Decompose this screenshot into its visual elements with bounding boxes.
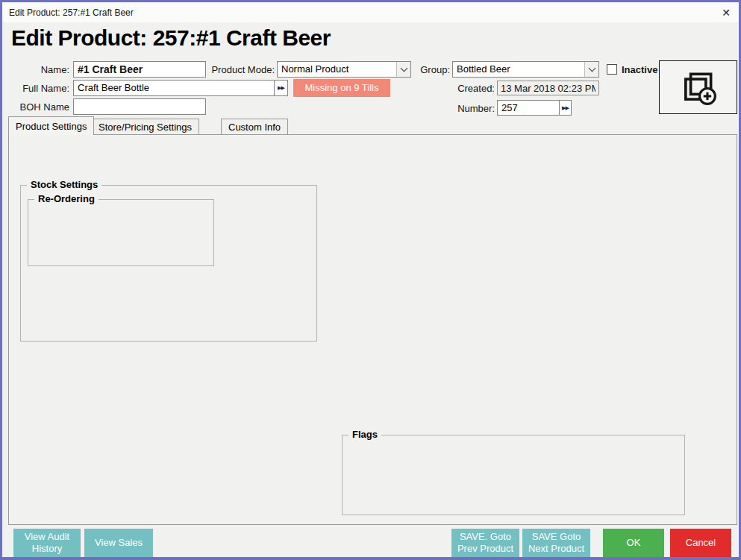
created-field (497, 81, 599, 95)
name-input[interactable] (73, 61, 206, 78)
full-name-label: Full Name: (16, 83, 69, 94)
flags-title: Flags (348, 429, 381, 440)
cancel-button[interactable]: Cancel (670, 529, 731, 557)
number-input[interactable]: 257 ▶▶ (497, 100, 572, 116)
created-label: Created: (441, 83, 495, 94)
boh-name-input[interactable] (73, 98, 206, 115)
ok-button[interactable]: OK (603, 529, 664, 557)
flags-group: Flags (342, 435, 685, 515)
tab-custom-info[interactable]: Custom Info (221, 119, 288, 135)
reordering-group: Re-Ordering (28, 199, 214, 266)
inactive-checkbox[interactable] (607, 64, 617, 75)
title-bar: Edit Product: 257:#1 Craft Beer ✕ (2, 2, 739, 22)
expand-full-name-icon[interactable]: ▶▶ (274, 81, 287, 95)
group-label: Group: (416, 64, 450, 75)
add-product-image-button[interactable] (659, 60, 737, 114)
product-mode-label: Product Mode: (205, 64, 275, 75)
number-label: Number: (441, 103, 495, 114)
stock-settings-title: Stock Settings (27, 179, 101, 190)
add-screen-icon (679, 68, 718, 107)
page-title: Edit Product: 257:#1 Craft Beer (11, 25, 331, 51)
expand-number-icon[interactable]: ▶▶ (559, 101, 571, 115)
chevron-down-icon (584, 62, 598, 77)
window-title: Edit Product: 257:#1 Craft Beer (9, 7, 134, 18)
tab-store-pricing-settings[interactable]: Store/Pricing Settings (91, 119, 199, 135)
product-mode-select[interactable]: Normal Product (277, 61, 411, 78)
view-audit-history-button[interactable]: View Audit History (13, 529, 81, 557)
group-select[interactable]: Bottled Beer (452, 61, 599, 78)
save-goto-prev-product-button[interactable]: SAVE. Goto Prev Product (451, 529, 519, 557)
close-icon[interactable]: ✕ (713, 2, 739, 22)
tab-product-settings[interactable]: Product Settings (8, 116, 94, 135)
edit-product-dialog: Edit Product: 257:#1 Craft Beer ✕ Edit P… (0, 0, 741, 560)
reordering-title: Re-Ordering (34, 193, 99, 204)
full-name-input[interactable]: Craft Beer Bottle ▶▶ (73, 80, 288, 96)
inactive-label: Inactive (622, 64, 657, 75)
boh-name-label: BOH Name (16, 101, 69, 113)
missing-on-tills-button[interactable]: Missing on 9 Tills (293, 79, 390, 97)
save-goto-next-product-button[interactable]: SAVE Goto Next Product (522, 529, 590, 557)
name-label: Name: (16, 64, 69, 75)
view-sales-button[interactable]: View Sales (84, 529, 153, 557)
chevron-down-icon (396, 62, 410, 77)
